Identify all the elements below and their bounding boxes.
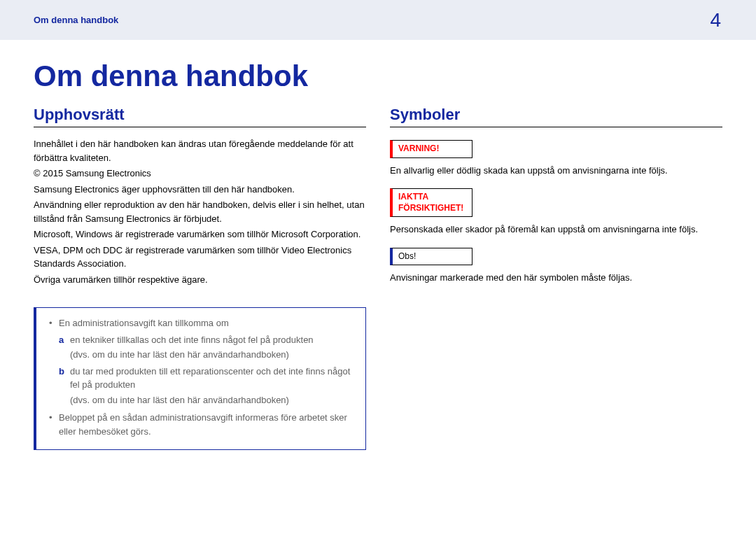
line: (dvs. om du inte har läst den här använd… (70, 348, 314, 362)
left-heading: Upphovsrätt (34, 106, 366, 127)
columns: Upphovsrätt Innehållet i den här handbok… (34, 106, 722, 450)
breadcrumb: Om denna handbok (34, 15, 118, 25)
obs-desc: Anvisningar markerade med den här symbol… (390, 271, 722, 285)
content: Om denna handbok Upphovsrätt Innehållet … (0, 40, 756, 450)
caution-line2: FÖRSIKTIGHET! (393, 203, 472, 214)
left-column: Upphovsrätt Innehållet i den här handbok… (34, 106, 366, 450)
para: Övriga varumärken tillhör respektive äga… (34, 273, 366, 287)
warning-text: VARNING! (393, 143, 472, 155)
warning-desc: En allvarlig eller dödlig skada kan upps… (390, 164, 722, 178)
bullet-text: Beloppet på en sådan administrationsavgi… (59, 412, 347, 437)
sub-item-b: b du tar med produkten till ett reparati… (59, 365, 354, 409)
obs-label: Obs! (390, 248, 472, 266)
sub-text: du tar med produkten till ett reparation… (70, 365, 354, 409)
caution-desc: Personskada eller skador på föremål kan … (390, 223, 722, 237)
caution-label: IAKTTA FÖRSIKTIGHET! (390, 188, 472, 217)
para: Innehållet i den här handboken kan ändra… (34, 137, 366, 164)
letter-b: b (59, 365, 70, 409)
sublist: a en tekniker tillkallas och det inte fi… (59, 333, 354, 409)
header-bar: Om denna handbok 4 (0, 0, 756, 40)
line: (dvs. om du inte har läst den här använd… (70, 393, 354, 407)
right-heading: Symboler (390, 106, 722, 127)
line: du tar med produkten till ett reparation… (70, 365, 354, 392)
sub-text: en tekniker tillkallas och det inte finn… (70, 333, 314, 363)
bullet-item: Beloppet på en sådan administrationsavgi… (49, 411, 354, 438)
line: en tekniker tillkallas och det inte finn… (70, 333, 314, 347)
right-column: Symboler VARNING! En allvarlig eller död… (390, 106, 722, 450)
page-number: 4 (710, 9, 721, 31)
note-box: En administrationsavgift kan tillkomma o… (34, 307, 366, 450)
bullet-text: En administrationsavgift kan tillkomma o… (59, 318, 229, 328)
warning-label: VARNING! (390, 140, 472, 158)
bullet-item: En administrationsavgift kan tillkomma o… (49, 316, 354, 408)
para: Användning eller reproduktion av den här… (34, 198, 366, 225)
copyright-body: Innehållet i den här handboken kan ändra… (34, 137, 366, 286)
obs-text: Obs! (393, 251, 472, 262)
page-title: Om denna handbok (34, 59, 722, 93)
para: VESA, DPM och DDC är registrerade varumä… (34, 244, 366, 271)
letter-a: a (59, 333, 70, 363)
caution-line1: IAKTTA (393, 192, 472, 203)
para: © 2015 Samsung Electronics (34, 167, 366, 181)
para: Samsung Electronics äger upphovsrätten t… (34, 183, 366, 197)
sub-item-a: a en tekniker tillkallas och det inte fi… (59, 333, 354, 363)
para: Microsoft, Windows är registrerade varum… (34, 227, 366, 241)
